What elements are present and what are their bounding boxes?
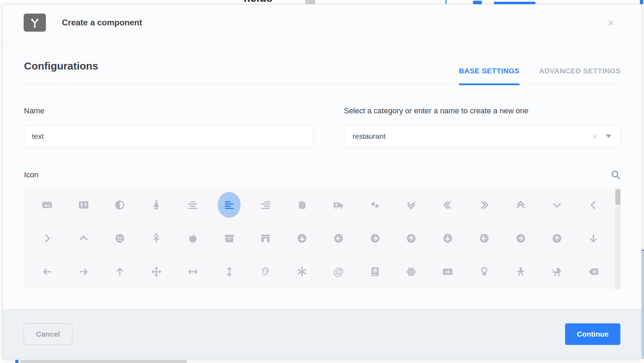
audio-description-icon[interactable]: AD <box>436 258 460 285</box>
close-icon[interactable]: × <box>607 17 614 28</box>
arrows-alt-h-icon[interactable] <box>180 258 205 285</box>
arrow-down-icon[interactable] <box>581 225 606 251</box>
archive-icon[interactable] <box>217 225 241 251</box>
arrow-circle-up-icon[interactable] <box>545 225 569 251</box>
background-page-top: fields <box>0 0 644 4</box>
icon-grid-row: Ad <box>24 188 621 221</box>
icon-grid-scrollbar[interactable] <box>615 188 621 289</box>
arrow-alt-circle-up-icon[interactable] <box>399 225 424 251</box>
background-divider-fragment <box>445 0 446 4</box>
name-label: Name <box>24 106 313 115</box>
background-blue-square-fragment <box>15 360 18 363</box>
background-text-fragment: fields <box>243 0 273 4</box>
background-gray-bar-fragment <box>20 360 187 363</box>
ambulance-icon[interactable] <box>326 192 351 218</box>
baby-carriage-icon[interactable] <box>545 258 569 285</box>
scrollbar-thumb[interactable] <box>615 189 620 205</box>
arrow-up-icon[interactable] <box>108 258 132 285</box>
icon-grid: Ad@AD <box>24 188 621 289</box>
archway-icon[interactable] <box>253 225 278 251</box>
name-input[interactable] <box>24 125 313 147</box>
arrow-alt-circle-left-icon[interactable] <box>326 225 351 251</box>
arrow-alt-circle-down-icon[interactable] <box>290 225 314 251</box>
background-page-bottom <box>0 359 644 363</box>
svg-text:AD: AD <box>445 270 450 274</box>
background-blue-icon-fragment <box>473 1 482 4</box>
modal-title: Create a component <box>62 18 142 27</box>
ankh-icon[interactable] <box>144 225 169 251</box>
clear-icon[interactable]: × <box>592 132 597 141</box>
category-label: Select a category or enter a name to cre… <box>344 106 621 115</box>
background-blue-edge-fragment <box>640 0 643 4</box>
angle-double-up-icon[interactable] <box>508 192 533 218</box>
selected-icon-halo <box>218 192 241 218</box>
icon-grid-row: @AD <box>24 255 621 288</box>
american-sign-language-interpreting-icon[interactable] <box>363 192 387 218</box>
category-field-group: Select a category or enter a name to cre… <box>344 106 621 147</box>
award-icon[interactable] <box>472 258 496 285</box>
align-left-icon[interactable] <box>217 192 241 218</box>
angle-double-down-icon[interactable] <box>399 192 424 218</box>
modal-footer: Cancel Continue <box>3 309 641 358</box>
branch-icon <box>24 14 46 32</box>
angle-up-icon[interactable] <box>71 225 96 251</box>
angle-down-icon[interactable] <box>545 192 569 218</box>
baby-icon[interactable] <box>508 258 533 285</box>
arrow-circle-down-icon[interactable] <box>436 225 460 251</box>
arrows-alt-v-icon[interactable] <box>217 258 241 285</box>
angle-right-icon[interactable] <box>35 225 59 251</box>
adjust-icon[interactable] <box>108 192 132 218</box>
category-selected-value: restaurant <box>353 132 592 140</box>
air-freshener-icon[interactable] <box>144 192 169 218</box>
section-header: Configurations BASE SETTINGS ADVANCED SE… <box>24 60 621 85</box>
align-center-icon[interactable] <box>180 192 205 218</box>
cancel-button[interactable]: Cancel <box>24 323 72 345</box>
arrows-alt-icon[interactable] <box>144 258 169 285</box>
angry-icon[interactable] <box>108 225 132 251</box>
svg-text:Ad: Ad <box>45 203 50 207</box>
arrow-circle-left-icon[interactable] <box>472 225 496 251</box>
modal-header: Create a component × <box>3 5 641 41</box>
icon-grid-row <box>24 221 621 255</box>
at-icon[interactable]: @ <box>326 258 351 285</box>
icon-label: Icon <box>24 170 39 179</box>
settings-tabs: BASE SETTINGS ADVANCED SETTINGS <box>459 67 621 84</box>
background-page-right-sliver <box>642 4 644 363</box>
continue-button[interactable]: Continue <box>565 323 620 345</box>
page-title: Configurations <box>24 60 98 84</box>
background-blue-link-fragment <box>494 2 536 4</box>
background-scrollbar-fragment <box>305 0 315 4</box>
category-select[interactable]: restaurant × <box>344 125 621 147</box>
align-right-icon[interactable] <box>253 192 278 218</box>
create-component-modal: Create a component × Configurations BASE… <box>2 4 642 359</box>
tab-base-settings[interactable]: BASE SETTINGS <box>459 67 520 84</box>
asterisk-icon[interactable] <box>290 258 314 285</box>
arrow-right-icon[interactable] <box>71 258 96 285</box>
tab-advanced-settings[interactable]: ADVANCED SETTINGS <box>539 67 621 84</box>
atlas-icon[interactable] <box>363 258 387 285</box>
arrow-alt-circle-right-icon[interactable] <box>363 225 387 251</box>
allergies-icon[interactable] <box>290 192 314 218</box>
angle-double-left-icon[interactable] <box>436 192 460 218</box>
backspace-icon[interactable] <box>581 258 606 285</box>
address-card-icon[interactable] <box>71 192 96 218</box>
arrow-circle-right-icon[interactable] <box>508 225 533 251</box>
search-icon[interactable] <box>611 170 621 180</box>
name-field-group: Name <box>24 106 313 147</box>
angle-left-icon[interactable] <box>581 192 606 218</box>
assistive-listening-systems-icon[interactable] <box>253 258 278 285</box>
atom-icon[interactable] <box>399 258 424 285</box>
angle-double-right-icon[interactable] <box>472 192 496 218</box>
arrow-left-icon[interactable] <box>35 258 59 285</box>
ad-icon[interactable]: Ad <box>35 192 59 218</box>
apple-alt-icon[interactable] <box>180 225 205 251</box>
chevron-down-icon[interactable] <box>606 135 611 138</box>
